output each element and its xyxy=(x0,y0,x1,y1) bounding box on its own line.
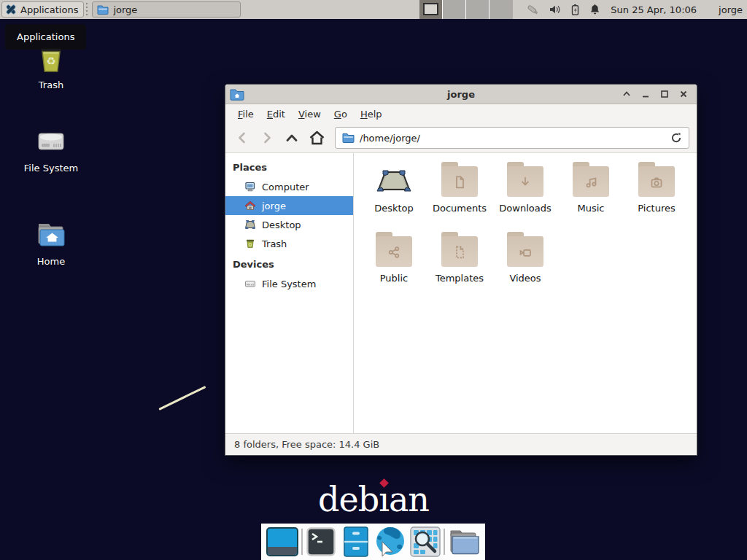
menu-help[interactable]: Help xyxy=(354,106,389,122)
folder-launcher[interactable] xyxy=(448,526,480,557)
maximize-button[interactable] xyxy=(660,90,669,98)
workspace-switcher[interactable] xyxy=(419,0,513,19)
file-folder-templates[interactable]: Templates xyxy=(427,235,492,305)
taskbar-window-label: jorge xyxy=(113,4,137,15)
minimize-button[interactable] xyxy=(641,90,650,98)
menu-edit[interactable]: Edit xyxy=(260,106,292,122)
notification-bell-icon[interactable] xyxy=(589,4,600,16)
path-input[interactable]: /home/jorge/ xyxy=(360,133,665,144)
file-label: Videos xyxy=(492,273,558,284)
dock-separator xyxy=(301,529,303,555)
sidebar-item-trash[interactable]: Trash xyxy=(225,234,353,253)
back-button[interactable] xyxy=(233,128,252,147)
window-content: Places Computer xyxy=(225,153,697,433)
desktop-icon-label: Trash xyxy=(11,79,91,90)
close-button[interactable] xyxy=(679,90,688,98)
app-finder-launcher[interactable] xyxy=(409,526,441,557)
desktop-icon-filesystem[interactable]: File System xyxy=(11,124,91,174)
window-titlebar[interactable]: jorge xyxy=(225,85,697,104)
sidebar-item-jorge[interactable]: jorge xyxy=(225,196,353,215)
trash-small-icon xyxy=(244,238,256,249)
home-folder-icon xyxy=(34,217,69,252)
show-desktop-icon xyxy=(266,527,298,556)
panel-clock[interactable]: Sun 25 Apr, 10:06 xyxy=(611,4,697,15)
dock xyxy=(261,524,485,560)
workspace-4[interactable] xyxy=(489,0,513,19)
file-manager-launcher[interactable] xyxy=(340,526,372,557)
web-browser-launcher[interactable] xyxy=(374,526,406,557)
applications-menu-button[interactable]: Applications xyxy=(1,1,84,18)
sidebar-item-label: jorge xyxy=(262,201,286,211)
file-manager-window: jorge File Edit View Go Help xyxy=(225,84,697,456)
file-folder-desktop[interactable]: Desktop xyxy=(361,165,427,235)
volume-icon[interactable] xyxy=(549,4,561,15)
peripheral-icon[interactable] xyxy=(526,3,540,17)
folder-icon xyxy=(441,166,478,197)
panel-username[interactable]: jorge xyxy=(719,4,743,15)
path-bar[interactable]: /home/jorge/ xyxy=(335,127,689,149)
desktop-stray-line xyxy=(158,386,206,411)
template-glyph-icon xyxy=(451,244,468,261)
menu-view[interactable]: View xyxy=(292,106,328,122)
file-folder-music[interactable]: Music xyxy=(558,165,624,235)
app-finder-icon xyxy=(410,526,441,557)
svg-text:♻: ♻ xyxy=(46,55,55,68)
xfce-logo-icon xyxy=(5,4,17,15)
top-panel: Applications jorge xyxy=(0,0,747,19)
dock-separator xyxy=(444,529,445,555)
terminal-icon xyxy=(306,527,336,556)
file-folder-documents[interactable]: Documents xyxy=(427,165,492,235)
file-folder-downloads[interactable]: Downloads xyxy=(492,165,558,235)
file-folder-public[interactable]: Public xyxy=(361,235,427,305)
applications-tooltip: Applications xyxy=(5,24,86,50)
folder-icon xyxy=(638,166,675,197)
taskbar-folder-icon xyxy=(97,4,109,15)
share-glyph-icon xyxy=(385,244,403,261)
sidebar-item-computer[interactable]: Computer xyxy=(225,177,353,196)
camera-glyph-icon xyxy=(648,174,665,191)
drive-small-icon xyxy=(244,278,256,289)
workspace-3[interactable] xyxy=(466,0,489,19)
status-bar: 8 folders, Free space: 14.4 GiB xyxy=(225,433,697,455)
up-button[interactable] xyxy=(282,128,301,147)
debian-wordmark: debıan xyxy=(0,480,747,519)
file-label: Downloads xyxy=(492,203,558,214)
forward-button[interactable] xyxy=(258,128,276,147)
computer-icon xyxy=(244,181,256,192)
menu-file[interactable]: File xyxy=(231,106,260,122)
folder-icon xyxy=(573,166,609,197)
workspace-1[interactable] xyxy=(419,0,443,19)
shade-button[interactable] xyxy=(622,90,631,98)
file-folder-pictures[interactable]: Pictures xyxy=(624,165,689,235)
taskbar-window-button[interactable]: jorge xyxy=(92,1,241,18)
show-desktop-launcher[interactable] xyxy=(266,526,298,557)
reload-icon[interactable] xyxy=(670,132,682,144)
sidebar-item-desktop[interactable]: Desktop xyxy=(225,215,353,234)
folder-icon xyxy=(376,236,412,267)
window-title: jorge xyxy=(447,89,475,100)
music-notes-glyph-icon xyxy=(582,174,600,191)
menu-bar: File Edit View Go Help xyxy=(225,104,697,123)
terminal-launcher[interactable] xyxy=(305,526,337,557)
desktop-icon-home[interactable]: Home xyxy=(11,217,91,267)
file-label: Music xyxy=(558,203,624,214)
workspace-2[interactable] xyxy=(443,0,466,19)
file-grid: Desktop Documents Download xyxy=(354,153,697,433)
applications-menu-label: Applications xyxy=(20,4,78,15)
file-cabinet-icon xyxy=(344,526,368,557)
file-label: Documents xyxy=(427,203,492,214)
battery-icon[interactable] xyxy=(570,4,581,16)
window-controls xyxy=(622,90,697,98)
home-button[interactable] xyxy=(307,128,326,147)
workspace-window-preview xyxy=(423,3,438,15)
sidebar-places-header: Places xyxy=(225,159,353,177)
sidebar-item-label: Computer xyxy=(262,182,309,192)
path-folder-icon xyxy=(342,133,355,143)
sidebar-item-filesystem[interactable]: File System xyxy=(225,274,353,293)
menu-go[interactable]: Go xyxy=(328,106,354,122)
folder-icon xyxy=(507,236,543,267)
file-folder-videos[interactable]: Videos xyxy=(492,235,558,305)
sidebar-devices-header: Devices xyxy=(225,256,353,274)
desktop-icon-label: File System xyxy=(11,163,91,174)
globe-browser-icon xyxy=(374,526,406,558)
